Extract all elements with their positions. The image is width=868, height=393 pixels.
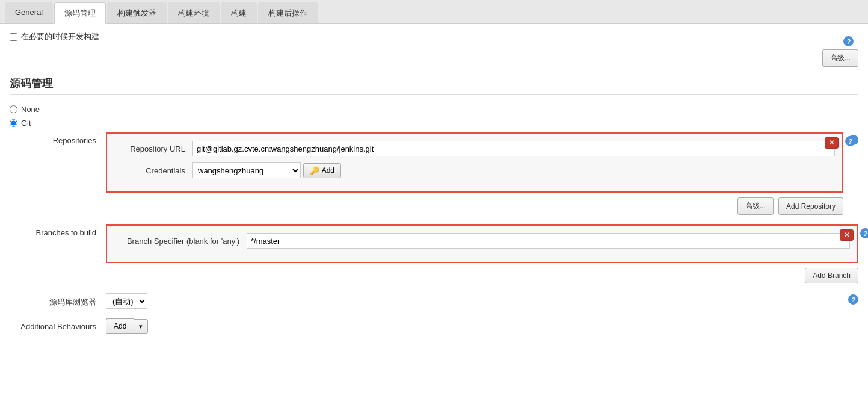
help-icon-top[interactable]: ? (843, 36, 854, 46)
section-title: 源码管理 (10, 76, 858, 95)
none-label: None (21, 105, 40, 114)
tab-post[interactable]: 构建后操作 (258, 2, 318, 23)
tab-triggers[interactable]: 构建触发器 (107, 2, 167, 23)
tab-env[interactable]: 构建环境 (168, 2, 220, 23)
source-browser-label: 源码库浏览器 (10, 293, 106, 308)
advanced-btn-row: 高级... (10, 49, 858, 67)
tab-general[interactable]: General (5, 2, 53, 23)
source-browser-content: (自动) (106, 293, 843, 309)
branches-section: Branches to build ✕ Branch Specifier (bl… (10, 224, 858, 283)
branches-label: Branches to build (10, 224, 106, 237)
additional-behaviours-content: Add ▾ (106, 318, 858, 334)
branch-delete-button[interactable]: ✕ (840, 229, 854, 241)
git-label: Git (21, 119, 31, 128)
git-radio[interactable] (10, 119, 17, 127)
none-radio[interactable] (10, 105, 17, 113)
checkbox-row: 在必要的时候开发构建 ? (10, 31, 858, 42)
credentials-add-label: Add (322, 166, 334, 175)
branches-box: ✕ Branch Specifier (blank for 'any') ? (106, 224, 858, 263)
branch-close-btn[interactable]: ✕ (840, 229, 854, 241)
tab-build[interactable]: 构建 (221, 2, 257, 23)
dev-build-checkbox[interactable] (10, 33, 17, 41)
repo-delete-button[interactable]: ✕ (825, 137, 839, 149)
repositories-content: ✕ Repository URL ? Credentials wangsheng… (106, 132, 843, 215)
additional-behaviours-label: Additional Behaviours (10, 318, 106, 331)
add-behaviour-button[interactable]: Add (106, 318, 134, 334)
repo-bottom-buttons: 高级... Add Repository (106, 197, 843, 215)
tab-bar: General 源码管理 构建触发器 构建环境 构建 构建后操作 (0, 0, 868, 24)
repositories-section: Repositories ✕ Repository URL ? (10, 132, 858, 215)
repo-url-row: Repository URL ? (114, 141, 835, 156)
credentials-select[interactable]: wangshengzhuang (192, 162, 301, 178)
advanced-repo-button[interactable]: 高级... (737, 197, 774, 215)
source-browser-help-icon[interactable]: ? (848, 294, 858, 305)
tab-scm[interactable]: 源码管理 (54, 2, 106, 24)
repo-url-label: Repository URL (114, 144, 192, 153)
branch-specifier-row: Branch Specifier (blank for 'any') ? (114, 233, 850, 249)
none-radio-row: None (10, 105, 858, 114)
branch-specifier-label: Branch Specifier (blank for 'any') (114, 237, 247, 246)
add-behaviour-arrow[interactable]: ▾ (134, 319, 148, 334)
key-icon: 🔑 (310, 166, 319, 175)
branch-specifier-input[interactable] (247, 233, 850, 249)
credentials-add-button[interactable]: 🔑 Add (303, 163, 341, 178)
advanced-button-top[interactable]: 高级... (822, 49, 858, 67)
branches-content: ✕ Branch Specifier (blank for 'any') ? A… (106, 224, 858, 283)
additional-behaviours-section: Additional Behaviours Add ▾ (10, 318, 858, 334)
source-browser-section: 源码库浏览器 (自动) ? (10, 293, 858, 309)
repo-url-input[interactable] (192, 141, 835, 156)
credentials-row: Credentials wangshengzhuang 🔑 Add (114, 162, 835, 178)
main-content: 在必要的时候开发构建 ? 高级... 源码管理 None Git Reposit… (0, 24, 868, 393)
add-branch-button[interactable]: Add Branch (805, 268, 858, 283)
add-behaviour-dropdown: Add ▾ (106, 318, 858, 334)
branch-bottom-buttons: Add Branch (106, 268, 858, 283)
repo-url-help-icon[interactable]: ? (845, 136, 855, 146)
repo-close-btn[interactable]: ✕ (825, 137, 839, 149)
add-repository-button[interactable]: Add Repository (778, 197, 843, 215)
credentials-label: Credentials (114, 166, 192, 175)
dev-build-label: 在必要的时候开发构建 (21, 31, 99, 42)
branch-specifier-help-icon[interactable]: ? (860, 228, 868, 238)
repository-box: ✕ Repository URL ? Credentials wangsheng… (106, 132, 843, 193)
git-radio-row: Git (10, 119, 858, 128)
source-browser-select[interactable]: (自动) (106, 293, 147, 309)
repositories-label: Repositories (10, 132, 106, 145)
